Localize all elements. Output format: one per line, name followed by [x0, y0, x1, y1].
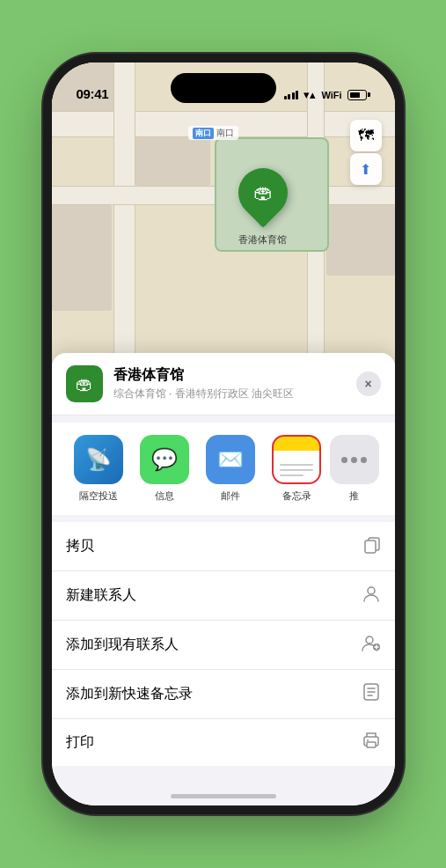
close-icon: ×	[364, 377, 371, 391]
location-icon: ⬆	[360, 161, 371, 178]
messages-icon: 💬	[140, 435, 189, 484]
pin-circle: 🏟	[228, 158, 297, 227]
wifi-symbol: WiFi	[321, 90, 341, 100]
wifi-icon: ▾▴	[303, 88, 316, 101]
new-contact-label: 新建联系人	[66, 586, 136, 605]
copy-label: 拷贝	[66, 537, 94, 555]
quick-note-label: 添加到新快速备忘录	[66, 685, 193, 703]
venue-info: 香港体育馆 综合体育馆 · 香港特别行政区 油尖旺区	[113, 366, 346, 401]
airdrop-icon: 📡	[74, 435, 123, 484]
action-new-contact[interactable]: 新建联系人	[52, 571, 395, 621]
share-mail[interactable]: ✉️ 邮件	[198, 435, 264, 503]
status-time: 09:41	[77, 86, 109, 101]
dynamic-island	[171, 73, 276, 103]
home-indicator	[171, 794, 276, 798]
svg-rect-1	[365, 541, 376, 553]
notes-label: 备忘录	[282, 489, 311, 503]
pin-icon: 🏟	[253, 181, 273, 204]
quick-note-icon	[362, 682, 381, 706]
battery-icon	[347, 90, 370, 100]
new-contact-icon	[362, 584, 381, 607]
action-copy[interactable]: 拷贝	[52, 522, 395, 571]
copy-icon	[363, 534, 381, 558]
action-quick-note[interactable]: 添加到新快速备忘录	[52, 670, 395, 719]
venue-icon: 🏟	[66, 365, 103, 402]
location-button[interactable]: ⬆	[350, 153, 382, 185]
map-controls: 🗺 ⬆	[350, 120, 382, 185]
close-button[interactable]: ×	[356, 371, 381, 396]
mail-icon: ✉️	[206, 435, 255, 484]
action-list: 拷贝 新建联系人 添	[52, 522, 395, 766]
more-icon	[330, 435, 379, 484]
map-type-icon: 🗺	[358, 127, 374, 145]
svg-point-3	[366, 636, 373, 644]
road-label: 南口 南口	[188, 126, 238, 140]
map-pin: 🏟 香港体育馆	[238, 168, 288, 246]
phone-frame: 09:41 ▾▴ WiFi	[52, 63, 395, 805]
signal-icon	[284, 91, 299, 99]
venue-name: 香港体育馆	[113, 366, 346, 385]
share-more[interactable]: 推	[330, 435, 379, 503]
messages-label: 信息	[155, 489, 174, 503]
print-icon	[362, 732, 381, 754]
share-notes[interactable]: 备忘录	[264, 435, 330, 503]
svg-rect-7	[367, 742, 376, 747]
venue-header: 🏟 香港体育馆 综合体育馆 · 香港特别行政区 油尖旺区 ×	[52, 353, 395, 416]
share-airdrop[interactable]: 📡 隔空投送	[66, 435, 132, 503]
road-badge: 南口	[193, 128, 214, 139]
action-print[interactable]: 打印	[52, 719, 395, 766]
more-label: 推	[349, 489, 359, 503]
add-existing-label: 添加到现有联系人	[66, 636, 179, 654]
notes-icon	[272, 435, 321, 484]
status-icons: ▾▴ WiFi	[284, 88, 370, 101]
bottom-sheet: 🏟 香港体育馆 综合体育馆 · 香港特别行政区 油尖旺区 × 📡 隔空投送 💬	[52, 353, 395, 805]
venue-subtitle: 综合体育馆 · 香港特别行政区 油尖旺区	[113, 386, 346, 401]
share-row: 📡 隔空投送 💬 信息 ✉️ 邮件	[52, 423, 395, 515]
share-messages[interactable]: 💬 信息	[132, 435, 198, 503]
print-label: 打印	[66, 733, 94, 752]
mail-label: 邮件	[221, 489, 240, 503]
map-type-button[interactable]: 🗺	[350, 120, 382, 151]
airdrop-label: 隔空投送	[79, 489, 118, 503]
add-existing-icon	[362, 633, 381, 657]
svg-point-2	[368, 587, 375, 594]
pin-label: 香港体育馆	[238, 233, 287, 246]
svg-point-8	[367, 739, 369, 741]
action-add-existing[interactable]: 添加到现有联系人	[52, 621, 395, 670]
